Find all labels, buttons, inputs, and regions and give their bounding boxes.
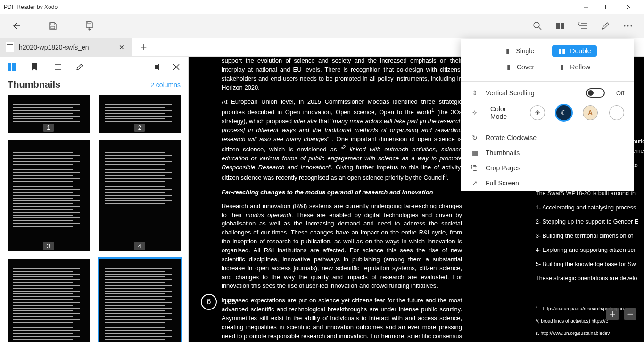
svg-rect-6 — [51, 26, 55, 29]
zoom-in-button[interactable]: + — [606, 308, 619, 320]
zoom-controls: + − — [606, 308, 636, 320]
fullscreen-icon: ⤢ — [471, 179, 479, 187]
svg-rect-1 — [606, 5, 610, 9]
color-sepia[interactable]: A — [583, 105, 598, 120]
thumbnails-toolbar — [0, 57, 188, 77]
vscroll-toggle[interactable] — [586, 88, 605, 98]
more-button[interactable] — [617, 15, 639, 37]
thumbnail-page-5[interactable]: 5 — [8, 259, 90, 342]
svg-line-9 — [539, 27, 541, 30]
page-indicator: 6 105 — [201, 294, 236, 310]
open-thumbnails[interactable]: ▦Thumbnails — [461, 145, 634, 160]
thumbnails-columns[interactable]: 2 columns — [150, 81, 181, 89]
palette-icon: ✧ — [471, 109, 479, 117]
bookmark-panel-button[interactable] — [27, 60, 41, 74]
crop-icon: ⿻ — [471, 164, 479, 172]
svg-point-16 — [627, 25, 629, 27]
thumbnails-grid: 1 2 3 4 5 6 — [0, 95, 188, 342]
svg-rect-20 — [8, 67, 11, 71]
color-dark[interactable]: ☾ — [556, 105, 571, 120]
tab-close-button[interactable]: ✕ — [117, 43, 126, 51]
tab-label: h2020-wp1820-swfs_en — [19, 43, 89, 51]
annotate-button[interactable] — [594, 15, 617, 37]
thumbnail-page-4[interactable]: 4 — [99, 140, 181, 251]
svg-rect-21 — [12, 67, 16, 71]
svg-rect-10 — [556, 23, 560, 29]
app-title: PDF Reader by Xodo — [4, 4, 58, 10]
thumbnail-page-6[interactable]: 6 — [99, 259, 181, 342]
edit-panel-button[interactable] — [73, 60, 87, 74]
grid-view-button[interactable] — [5, 60, 19, 74]
layout-reflow[interactable]: ▮Reflow — [552, 61, 596, 73]
rotate-icon: ↻ — [471, 134, 479, 142]
bookmark-view-button[interactable] — [549, 15, 571, 37]
svg-rect-19 — [12, 63, 16, 67]
search-button[interactable] — [526, 15, 549, 37]
color-mode-row: ✧ Color Mode ☀ ☾ A — [461, 101, 634, 124]
view-settings-popup: ▮Single ▮▮Double ▮Cover ▮Reflow ⇕ Vertic… — [461, 39, 634, 191]
save-download-button[interactable] — [78, 15, 101, 37]
rotate-clockwise[interactable]: ↻Rotate Clockwise — [461, 130, 634, 145]
crop-pages[interactable]: ⿻Crop Pages — [461, 160, 634, 175]
color-light[interactable]: ☀ — [530, 105, 545, 120]
thumbnails-panel: Thumbnails 2 columns 1 2 3 4 5 6 — [0, 57, 189, 342]
zoom-out-button[interactable]: − — [624, 308, 636, 320]
thumbnails-title: Thumbnails — [8, 79, 60, 90]
view-settings-button[interactable] — [571, 15, 594, 37]
document-tab[interactable]: h2020-wp1820-swfs_en ✕ — [0, 38, 132, 56]
total-pages: 105 — [223, 298, 236, 306]
layout-cover[interactable]: ▮Cover — [499, 61, 540, 73]
titlebar: PDF Reader by Xodo — [0, 0, 644, 14]
svg-rect-11 — [561, 23, 564, 29]
svg-point-15 — [624, 25, 626, 27]
vertical-scrolling-row[interactable]: ⇕ Vertical Scrolling Off — [461, 84, 634, 101]
layout-single[interactable]: ▮Single — [498, 45, 540, 57]
page-left: support the evolution of science and soc… — [198, 57, 471, 342]
thumbnail-page-1[interactable]: 1 — [8, 95, 90, 133]
svg-rect-26 — [155, 65, 158, 69]
vscroll-icon: ⇕ — [471, 89, 479, 97]
svg-point-8 — [534, 22, 539, 28]
svg-rect-5 — [51, 23, 54, 25]
close-panel-button[interactable] — [169, 60, 183, 74]
grid-icon: ▦ — [471, 149, 479, 157]
color-none[interactable] — [609, 105, 624, 120]
save-button[interactable] — [41, 15, 64, 37]
new-tab-button[interactable]: + — [132, 38, 156, 56]
main-toolbar — [0, 14, 644, 38]
layout-double[interactable]: ▮▮Double — [552, 45, 596, 57]
maximize-button[interactable] — [597, 0, 619, 14]
minimize-button[interactable] — [575, 0, 597, 14]
thumbnail-page-2[interactable]: 2 — [99, 95, 181, 133]
svg-rect-18 — [8, 63, 11, 67]
thumbnail-page-3[interactable]: 3 — [8, 140, 90, 251]
close-button[interactable] — [619, 0, 640, 14]
outline-panel-button[interactable] — [50, 60, 64, 74]
svg-point-17 — [631, 25, 632, 27]
full-screen[interactable]: ⤢Full Screen — [461, 175, 634, 191]
document-icon — [6, 42, 14, 52]
panel-layout-button[interactable] — [147, 60, 161, 74]
back-button[interactable] — [5, 15, 27, 37]
current-page[interactable]: 6 — [201, 294, 217, 310]
